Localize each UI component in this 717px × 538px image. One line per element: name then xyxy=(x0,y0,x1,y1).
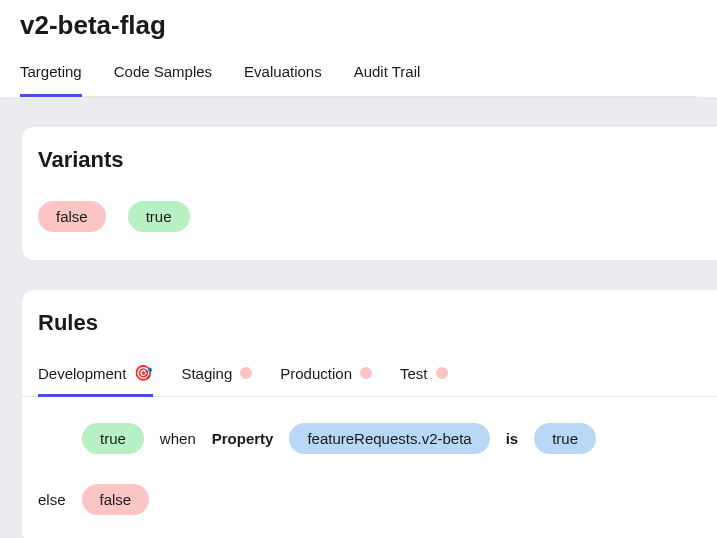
variant-false-pill[interactable]: false xyxy=(38,201,106,232)
variants-row: false true xyxy=(38,201,701,232)
when-label: when xyxy=(160,430,196,447)
tab-targeting[interactable]: Targeting xyxy=(20,63,82,97)
content-area: Variants false true Rules Development 🎯 … xyxy=(0,97,717,538)
variant-true-pill[interactable]: true xyxy=(128,201,190,232)
env-tab-label: Staging xyxy=(181,365,232,382)
rule-result-pill[interactable]: true xyxy=(82,423,144,454)
flag-title: v2-beta-flag xyxy=(20,10,697,41)
rule-else-row: else false xyxy=(38,484,701,515)
target-icon: 🎯 xyxy=(134,364,153,382)
is-label: is xyxy=(506,430,519,447)
variants-card: Variants false true xyxy=(22,127,717,260)
rule-row: true when Property featureRequests.v2-be… xyxy=(38,423,701,454)
env-tabs: Development 🎯 Staging Production Test xyxy=(22,364,717,397)
env-tab-test[interactable]: Test xyxy=(400,364,448,397)
tab-code-samples[interactable]: Code Samples xyxy=(114,63,212,97)
env-tab-production[interactable]: Production xyxy=(280,364,372,397)
status-dot-icon xyxy=(240,367,252,379)
compare-value-pill[interactable]: true xyxy=(534,423,596,454)
tab-audit-trail[interactable]: Audit Trail xyxy=(354,63,421,97)
rules-title: Rules xyxy=(38,310,701,336)
top-tabs: Targeting Code Samples Evaluations Audit… xyxy=(20,63,697,97)
rules-card: Rules Development 🎯 Staging Production T… xyxy=(22,290,717,538)
env-tab-label: Development xyxy=(38,365,126,382)
else-label: else xyxy=(38,491,66,508)
else-result-pill[interactable]: false xyxy=(82,484,150,515)
env-tab-label: Test xyxy=(400,365,428,382)
env-tab-development[interactable]: Development 🎯 xyxy=(38,364,153,397)
property-label: Property xyxy=(212,430,274,447)
status-dot-icon xyxy=(360,367,372,379)
property-value-pill[interactable]: featureRequests.v2-beta xyxy=(289,423,489,454)
env-tab-label: Production xyxy=(280,365,352,382)
env-tab-staging[interactable]: Staging xyxy=(181,364,252,397)
status-dot-icon xyxy=(436,367,448,379)
variants-title: Variants xyxy=(38,147,701,173)
tab-evaluations[interactable]: Evaluations xyxy=(244,63,322,97)
